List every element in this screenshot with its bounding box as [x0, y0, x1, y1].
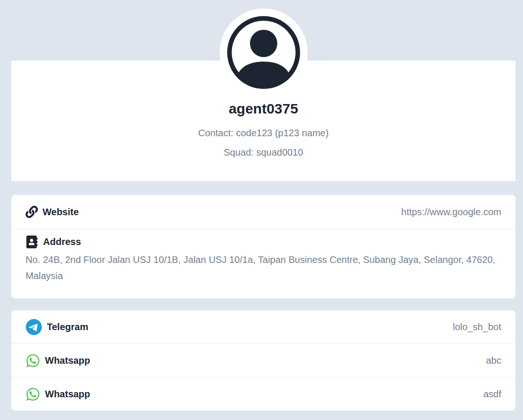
- address-book-icon: [26, 236, 38, 248]
- whatsapp-label: Whatsapp: [45, 355, 90, 366]
- profile-page: agent0375 Contact: code123 (p123 name) S…: [0, 0, 523, 420]
- whatsapp-value[interactable]: asdf: [483, 389, 501, 400]
- telegram-value[interactable]: lolo_sh_bot: [453, 322, 501, 332]
- address-label: Address: [43, 236, 81, 247]
- whatsapp-icon: [26, 387, 40, 402]
- telegram-label: Telegram: [47, 322, 88, 332]
- profile-name: agent0375: [11, 100, 515, 117]
- person-circle-icon: [227, 16, 300, 89]
- profile-squad: Squad: squad0010: [11, 146, 515, 158]
- profile-contact: Contact: code123 (p123 name): [11, 127, 515, 139]
- website-label: Website: [43, 207, 79, 218]
- whatsapp-row-2[interactable]: Whatsapp asdf: [11, 377, 515, 411]
- telegram-row[interactable]: Telegram lolo_sh_bot: [11, 310, 515, 343]
- contacts-card: Telegram lolo_sh_bot Whatsapp abc Whatsa…: [11, 310, 515, 411]
- whatsapp-value[interactable]: abc: [486, 355, 501, 366]
- address-section: Address No. 24B, 2nd Floor Jalan USJ 10/…: [11, 229, 515, 292]
- avatar: [220, 9, 308, 96]
- address-value: No. 24B, 2nd Floor Jalan USJ 10/1B, Jala…: [26, 252, 501, 284]
- whatsapp-row-1[interactable]: Whatsapp abc: [11, 343, 515, 377]
- whatsapp-icon: [26, 353, 40, 368]
- whatsapp-label: Whatsapp: [45, 389, 90, 400]
- link-icon: [26, 206, 38, 218]
- website-value[interactable]: https://www.google.com: [401, 207, 501, 218]
- telegram-icon: [26, 319, 42, 335]
- info-card: Website https://www.google.com Address N…: [11, 195, 515, 298]
- website-row[interactable]: Website https://www.google.com: [11, 195, 515, 229]
